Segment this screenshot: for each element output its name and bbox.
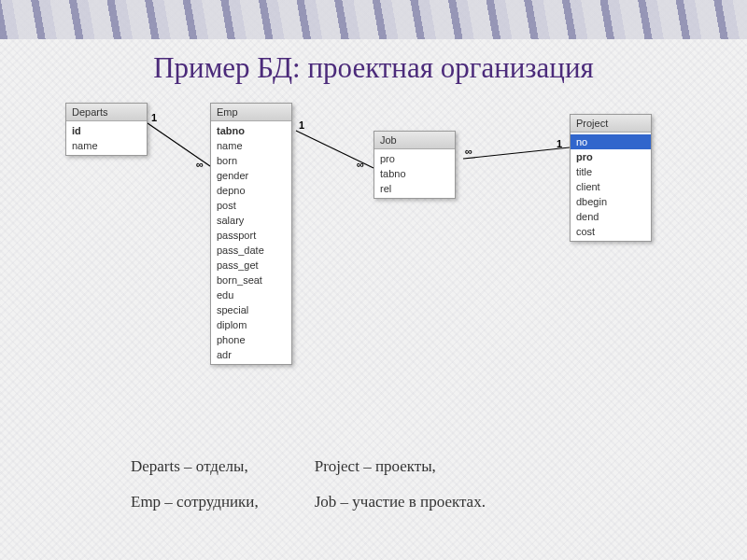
cardinality-label: ∞ bbox=[465, 146, 472, 157]
field: edu bbox=[211, 287, 291, 302]
field: rel bbox=[374, 181, 455, 196]
field: adr bbox=[211, 347, 291, 362]
field: post bbox=[211, 198, 291, 213]
field: dbegin bbox=[571, 194, 651, 209]
field: tabno bbox=[374, 166, 455, 181]
table-emp: Emp tabno name born gender depno post sa… bbox=[210, 103, 292, 365]
field: name bbox=[66, 138, 147, 153]
field: gender bbox=[211, 168, 291, 183]
cardinality-label: ∞ bbox=[357, 159, 364, 170]
legend: Departs – отделы, Emp – сотрудники, Proj… bbox=[131, 457, 710, 511]
legend-item: Job – участие в проектах. bbox=[315, 493, 486, 511]
decorative-top-border bbox=[0, 0, 747, 39]
cardinality-label: 1 bbox=[299, 119, 304, 131]
field: pro bbox=[374, 151, 455, 166]
field: born bbox=[211, 153, 291, 168]
cardinality-label: 1 bbox=[151, 112, 157, 123]
field: salary bbox=[211, 213, 291, 228]
cardinality-label: 1 bbox=[557, 138, 562, 149]
field: diplom bbox=[211, 317, 291, 332]
field: pass_date bbox=[211, 243, 291, 258]
field: title bbox=[571, 164, 651, 179]
field: id bbox=[66, 123, 147, 138]
field: tabno bbox=[211, 123, 291, 138]
field: special bbox=[211, 302, 291, 317]
field: cost bbox=[571, 224, 651, 239]
field: passport bbox=[211, 228, 291, 243]
table-header-departs: Departs bbox=[66, 104, 147, 121]
table-job: Job pro tabno rel bbox=[374, 131, 456, 199]
field: depno bbox=[211, 183, 291, 198]
table-departs: Departs id name bbox=[65, 103, 148, 156]
field: pro bbox=[571, 149, 651, 164]
page-title: Пример БД: проектная организация bbox=[0, 51, 747, 85]
field: client bbox=[571, 179, 651, 194]
field: no bbox=[571, 134, 651, 149]
legend-item: Departs – отделы, bbox=[131, 457, 259, 476]
table-header-emp: Emp bbox=[211, 104, 291, 121]
legend-item: Emp – сотрудники, bbox=[131, 493, 259, 511]
legend-item: Project – проекты, bbox=[315, 457, 486, 476]
er-diagram: Departs id name Emp tabno name born gend… bbox=[37, 103, 710, 429]
field: born_seat bbox=[211, 273, 291, 287]
field: dend bbox=[571, 209, 651, 224]
field: pass_get bbox=[211, 258, 291, 273]
field: phone bbox=[211, 332, 291, 347]
table-header-project: Project bbox=[571, 115, 651, 133]
cardinality-label: ∞ bbox=[196, 159, 204, 170]
table-project: Project no pro title client dbegin dend … bbox=[570, 114, 652, 242]
table-header-job: Job bbox=[374, 132, 455, 149]
field: name bbox=[211, 138, 291, 153]
svg-line-2 bbox=[463, 147, 570, 159]
